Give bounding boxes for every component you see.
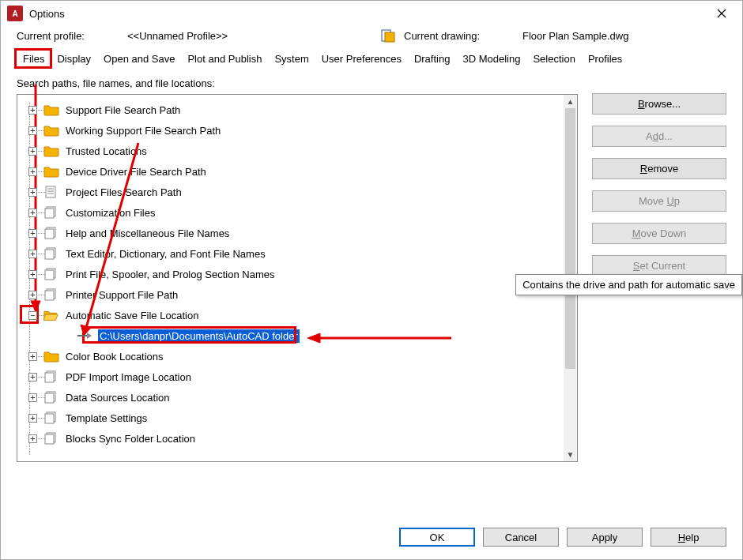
tree-node[interactable]: +Working Support File Search Path	[21, 120, 574, 141]
tab-open-and-save[interactable]: Open and Save	[97, 50, 181, 70]
stack-icon	[43, 268, 59, 280]
browse-button[interactable]: Browse...	[592, 93, 726, 115]
profile-value: <<Unnamed Profile>>	[127, 30, 270, 42]
expand-toggle[interactable]: +	[28, 147, 37, 156]
svg-rect-15	[45, 270, 54, 280]
expand-toggle[interactable]: +	[28, 291, 37, 299]
svg-rect-23	[45, 393, 54, 403]
dialog-footer: OK Cancel Apply Help	[399, 528, 726, 547]
tab-files[interactable]: Files	[17, 50, 51, 70]
tree-node[interactable]: +Color Book Locations	[21, 346, 574, 366]
expand-toggle[interactable]: +	[28, 167, 37, 176]
tree-node-label: Customization Files	[66, 207, 155, 219]
add-button[interactable]: Add...	[592, 126, 726, 147]
tree-node-label: Color Book Locations	[66, 351, 164, 363]
tree-node-label: Working Support File Search Path	[66, 125, 221, 137]
tree-node[interactable]: +Template Settings	[21, 408, 574, 428]
expand-toggle[interactable]: +	[28, 434, 37, 443]
drawing-value: Floor Plan Sample.dwg	[522, 30, 628, 42]
tree-node[interactable]: +Data Sources Location	[21, 387, 574, 408]
stack-icon	[43, 391, 59, 404]
scroll-down-button[interactable]: ▼	[564, 448, 577, 461]
tooltip: Contains the drive and path for automati…	[515, 274, 742, 295]
tree-node[interactable]: +Customization Files	[21, 202, 574, 223]
expand-toggle[interactable]: +	[28, 270, 37, 279]
file-tree[interactable]: +Support File Search Path+Working Suppor…	[17, 94, 578, 462]
tree-path-value: C:\Users\danpr\Documents\AutoCAD folder	[98, 329, 300, 343]
expand-toggle[interactable]: +	[28, 373, 37, 381]
tree-node[interactable]: +Support File Search Path	[21, 100, 574, 120]
profile-row: Current profile: <<Unnamed Profile>> Cur…	[1, 26, 742, 50]
close-icon	[717, 9, 726, 18]
svg-marker-19	[87, 333, 92, 339]
scroll-thumb[interactable]	[565, 108, 575, 369]
tab-drafting[interactable]: Drafting	[408, 50, 457, 70]
stack-icon	[43, 227, 59, 239]
tab-user-preferences[interactable]: User Preferences	[315, 50, 408, 70]
svg-rect-13	[45, 250, 54, 259]
expand-toggle[interactable]: +	[28, 126, 37, 135]
tree-child-node[interactable]: C:\Users\danpr\Documents\AutoCAD folder	[21, 325, 574, 346]
stack-icon	[43, 412, 59, 424]
expand-toggle[interactable]: +	[28, 209, 37, 217]
stack-icon	[43, 370, 59, 383]
folder-icon	[43, 103, 59, 116]
svg-rect-9	[45, 209, 54, 218]
cancel-button[interactable]: Cancel	[483, 528, 559, 547]
folder-icon	[43, 124, 59, 137]
profile-label: Current profile:	[17, 30, 127, 42]
stack-icon	[43, 206, 59, 219]
tree-node[interactable]: +Text Editor, Dictionary, and Font File …	[21, 243, 574, 264]
expand-toggle[interactable]: −	[28, 311, 37, 320]
tab-system[interactable]: System	[268, 50, 315, 70]
folder-icon	[43, 165, 59, 178]
close-button[interactable]	[704, 1, 739, 26]
move-down-button[interactable]: Move Down	[592, 223, 726, 244]
tree-node-label: Device Driver File Search Path	[66, 166, 206, 178]
expand-toggle[interactable]: +	[28, 188, 37, 197]
tree-node[interactable]: +Print File, Spooler, and Prolog Section…	[21, 264, 574, 284]
tree-node-label: Automatic Save File Location	[66, 310, 198, 321]
expand-toggle[interactable]: +	[28, 250, 37, 258]
tree-node-label: Project Files Search Path	[66, 186, 182, 198]
tree-node[interactable]: −Automatic Save File Location	[21, 305, 574, 325]
ok-button[interactable]: OK	[399, 528, 475, 547]
expand-toggle[interactable]: +	[28, 393, 37, 402]
stack-icon	[43, 288, 59, 301]
tree-node-label: PDF Import Image Location	[66, 371, 191, 383]
tab-selection[interactable]: Selection	[526, 50, 581, 70]
move-up-button[interactable]: Move Up	[592, 190, 726, 212]
tree-node-label: Trusted Locations	[66, 145, 147, 157]
drawing-label: Current drawing:	[404, 30, 522, 42]
tree-node[interactable]: +Trusted Locations	[21, 141, 574, 161]
title-bar: Options	[1, 1, 742, 26]
tab-3d-modeling[interactable]: 3D Modeling	[456, 50, 526, 70]
help-button[interactable]: Help	[651, 528, 726, 547]
svg-rect-17	[45, 291, 54, 300]
drawing-file-icon	[380, 28, 396, 43]
tree-node[interactable]: +Printer Support File Path	[21, 284, 574, 305]
expand-toggle[interactable]: +	[28, 106, 37, 115]
set-current-button[interactable]: Set Current	[592, 255, 726, 276]
tab-profiles[interactable]: Profiles	[582, 50, 628, 70]
expand-toggle[interactable]: +	[28, 352, 37, 361]
window-title: Options	[29, 8, 65, 20]
tree-node[interactable]: +PDF Import Image Location	[21, 366, 574, 387]
tab-plot-and-publish[interactable]: Plot and Publish	[181, 50, 268, 70]
tree-node[interactable]: +Blocks Sync Folder Location	[21, 428, 574, 449]
options-dialog: Options Current profile: <<Unnamed Profi…	[0, 0, 743, 560]
tree-node-label: Help and Miscellaneous File Names	[66, 227, 229, 239]
tab-display[interactable]: Display	[51, 50, 97, 70]
doc-icon	[43, 186, 59, 198]
expand-toggle[interactable]: +	[28, 229, 37, 238]
arrow-icon	[76, 329, 92, 342]
expand-toggle[interactable]: +	[28, 414, 37, 423]
tree-node-label: Template Settings	[66, 412, 147, 424]
remove-button[interactable]: Remove	[592, 158, 726, 179]
tree-node[interactable]: +Project Files Search Path	[21, 182, 574, 202]
scroll-up-button[interactable]: ▲	[564, 95, 577, 108]
tree-node-label: Text Editor, Dictionary, and Font File N…	[66, 248, 266, 260]
tree-node[interactable]: +Help and Miscellaneous File Names	[21, 223, 574, 243]
apply-button[interactable]: Apply	[567, 528, 643, 547]
tree-node[interactable]: +Device Driver File Search Path	[21, 161, 574, 182]
